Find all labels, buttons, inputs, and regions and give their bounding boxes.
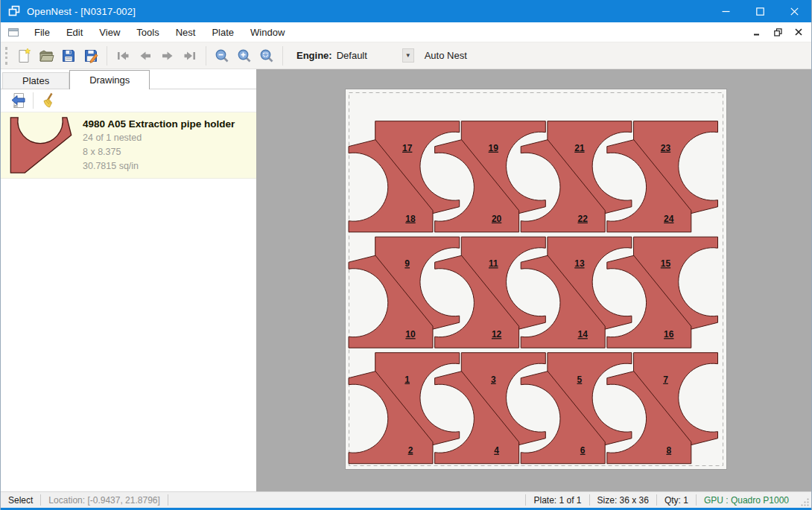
import-drawing-icon bbox=[10, 92, 28, 109]
part-number-label: 3 bbox=[491, 374, 496, 385]
go-previous-button[interactable] bbox=[134, 45, 156, 67]
status-qty: Qty: 1 bbox=[657, 495, 696, 506]
status-mode: Select bbox=[1, 495, 40, 506]
go-last-button[interactable] bbox=[179, 45, 201, 67]
main-toolbar: Engine: Default ▼ Auto Nest bbox=[1, 42, 811, 69]
toolbar-separator bbox=[33, 92, 34, 109]
import-drawing-button[interactable] bbox=[8, 91, 29, 110]
part-number-label: 24 bbox=[664, 214, 674, 224]
part-number-label: 17 bbox=[402, 143, 413, 153]
window-title: OpenNest - [N0317-002] bbox=[27, 6, 136, 17]
tab-drawings[interactable]: Drawings bbox=[69, 70, 150, 89]
part-number-label: 12 bbox=[492, 329, 502, 340]
mdi-restore-icon bbox=[774, 28, 782, 36]
engine-label: Engine: bbox=[296, 50, 332, 61]
mdi-close-icon bbox=[795, 28, 802, 36]
part-number-label: 7 bbox=[663, 374, 668, 385]
zoom-fit-button[interactable] bbox=[256, 45, 278, 67]
nest-canvas[interactable]: 171921231820222491113151012141613572468 bbox=[257, 69, 811, 491]
go-next-icon bbox=[159, 48, 176, 64]
part-number-label: 1 bbox=[405, 374, 410, 385]
mdi-child-icon[interactable] bbox=[8, 28, 19, 37]
menu-nest[interactable]: Nest bbox=[168, 22, 204, 42]
go-first-icon bbox=[115, 48, 131, 64]
part-number-label: 10 bbox=[405, 329, 416, 340]
save-edit-button[interactable] bbox=[80, 45, 102, 67]
menu-plate[interactable]: Plate bbox=[203, 22, 242, 42]
menu-file[interactable]: File bbox=[26, 22, 58, 42]
drawing-list-item[interactable]: 4980 A05 Extraction pipe holder 24 of 1 … bbox=[1, 112, 256, 179]
clean-button[interactable] bbox=[37, 91, 58, 110]
part-number-label: 9 bbox=[405, 258, 410, 269]
toolbar-separator bbox=[206, 46, 206, 66]
auto-nest-button[interactable]: Auto Nest bbox=[425, 50, 467, 61]
maximize-icon bbox=[756, 7, 764, 16]
mdi-close-button[interactable] bbox=[790, 24, 807, 40]
zoom-fit-icon bbox=[258, 48, 275, 64]
close-button[interactable] bbox=[777, 0, 811, 22]
app-icon bbox=[7, 5, 21, 17]
save-button[interactable] bbox=[57, 45, 80, 67]
part-number-label: 19 bbox=[489, 143, 499, 153]
part-number-label: 15 bbox=[661, 258, 671, 269]
tab-strip: Plates Drawings bbox=[1, 69, 256, 89]
menu-view[interactable]: View bbox=[91, 22, 128, 42]
part-number-label: 5 bbox=[577, 374, 583, 385]
go-next-button[interactable] bbox=[156, 45, 179, 67]
toolbar-separator bbox=[282, 46, 283, 66]
close-icon bbox=[790, 7, 799, 16]
toolbar-separator bbox=[107, 46, 107, 66]
status-location: Location: [-0.9437, 21.8796] bbox=[41, 495, 167, 506]
status-size: Size: 36 x 36 bbox=[590, 495, 656, 506]
save-edit-floppy-pencil-icon bbox=[83, 48, 99, 64]
menu-tools[interactable]: Tools bbox=[128, 22, 167, 42]
engine-value: Default bbox=[337, 50, 402, 61]
maximize-button[interactable] bbox=[743, 0, 777, 22]
part-number-label: 6 bbox=[580, 445, 586, 456]
part-number-label: 23 bbox=[661, 143, 671, 153]
go-first-button[interactable] bbox=[112, 45, 134, 67]
minimize-icon bbox=[722, 7, 730, 16]
minimize-button[interactable] bbox=[708, 0, 743, 22]
zoom-out-button[interactable] bbox=[211, 45, 233, 67]
title-bar: OpenNest - [N0317-002] bbox=[1, 0, 811, 22]
part-number-label: 2 bbox=[408, 445, 413, 456]
toolbar-grip[interactable] bbox=[5, 47, 7, 65]
part-number-label: 22 bbox=[578, 214, 589, 224]
chevron-down-icon[interactable]: ▼ bbox=[402, 48, 414, 63]
menu-edit[interactable]: Edit bbox=[58, 22, 91, 42]
drawings-toolbar bbox=[1, 89, 256, 112]
zoom-in-button[interactable] bbox=[233, 45, 256, 67]
plate[interactable]: 171921231820222491113151012141613572468 bbox=[345, 89, 727, 470]
drawings-panel: Plates Drawings bbox=[1, 69, 257, 491]
go-previous-icon bbox=[137, 48, 153, 64]
drawing-title: 4980 A05 Extraction pipe holder bbox=[83, 117, 235, 131]
part-number-label: 8 bbox=[666, 445, 671, 456]
menu-window[interactable]: Window bbox=[242, 22, 293, 42]
engine-combobox[interactable]: Default ▼ bbox=[337, 48, 414, 63]
tab-plates[interactable]: Plates bbox=[2, 72, 69, 89]
broom-icon bbox=[39, 92, 57, 109]
app-window: OpenNest - [N0317-002] File Edit View To… bbox=[0, 0, 812, 510]
zoom-in-icon bbox=[236, 48, 253, 64]
save-floppy-icon bbox=[60, 48, 77, 64]
mdi-minimize-button[interactable] bbox=[749, 24, 765, 40]
drawing-nested-count: 24 of 1 nested bbox=[83, 131, 235, 145]
drawing-dimensions: 8 x 8.375 bbox=[83, 145, 235, 159]
part-number-label: 14 bbox=[578, 329, 589, 340]
plate-drawing: 171921231820222491113151012141613572468 bbox=[346, 89, 726, 469]
go-last-icon bbox=[182, 48, 198, 64]
part-number-label: 16 bbox=[664, 329, 674, 340]
new-drawing-button[interactable] bbox=[13, 45, 35, 67]
status-separator bbox=[168, 494, 168, 506]
part-number-label: 11 bbox=[489, 258, 498, 269]
new-page-icon bbox=[16, 48, 32, 64]
zoom-out-icon bbox=[214, 48, 230, 64]
mdi-minimize-icon bbox=[753, 28, 761, 36]
open-file-button[interactable] bbox=[35, 45, 57, 67]
menu-bar: File Edit View Tools Nest Plate Window bbox=[1, 22, 811, 42]
part-thumbnail bbox=[10, 116, 72, 174]
resize-grip[interactable] bbox=[799, 497, 810, 507]
mdi-restore-button[interactable] bbox=[770, 24, 786, 40]
open-folder-icon bbox=[38, 48, 54, 64]
